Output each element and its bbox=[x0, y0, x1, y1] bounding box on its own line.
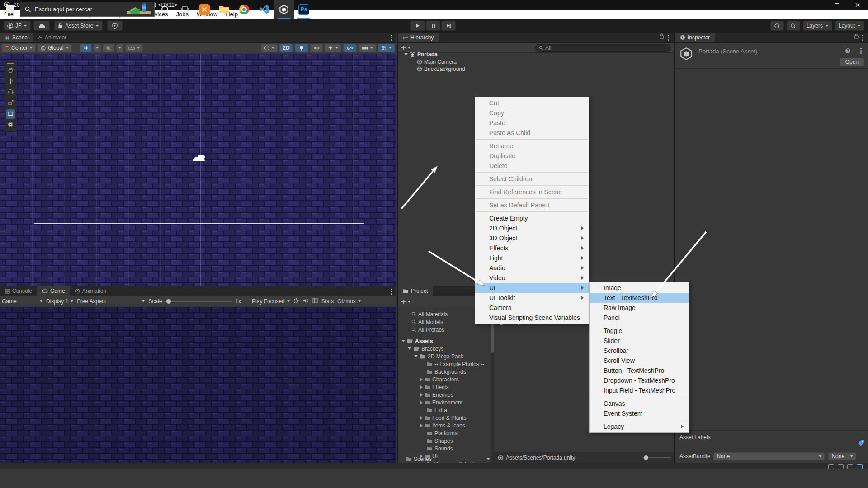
step-button[interactable] bbox=[441, 21, 456, 31]
zoom-slider-handle[interactable] bbox=[644, 455, 648, 460]
tree-item-characters[interactable]: Characters bbox=[420, 375, 459, 383]
submenu-item-panel[interactable]: Panel bbox=[590, 313, 689, 323]
tree-item-enemies[interactable]: Enemies bbox=[420, 391, 453, 399]
assetbundle-dropdown[interactable]: None bbox=[713, 452, 825, 460]
scale-tool-button[interactable] bbox=[6, 99, 15, 108]
display-target-dropdown[interactable]: Display 1 bbox=[46, 298, 73, 305]
context-menu-item-visual-scripting[interactable]: Visual Scripting Scene Variables bbox=[475, 313, 589, 323]
grid-visibility-toggle[interactable] bbox=[103, 44, 114, 52]
task-view-button[interactable] bbox=[175, 0, 194, 19]
favorite-all-materials[interactable]: All Materials bbox=[411, 310, 448, 318]
context-menu-item-video[interactable]: Video bbox=[475, 273, 589, 283]
status-icon[interactable] bbox=[857, 464, 863, 469]
2d-mode-toggle[interactable]: 2D bbox=[279, 44, 293, 52]
search-button[interactable] bbox=[787, 21, 800, 31]
snap-increment-dropdown[interactable] bbox=[125, 44, 143, 52]
scene-visibility-toggle[interactable] bbox=[343, 44, 357, 52]
context-menu-item-select-children[interactable]: Select Children bbox=[475, 174, 589, 184]
tree-item-effects[interactable]: Effects bbox=[420, 383, 448, 391]
submenu-item-scrollbar[interactable]: Scrollbar bbox=[590, 346, 689, 356]
tree-item-assets[interactable]: Assets bbox=[401, 337, 433, 345]
submenu-item-scroll-view[interactable]: Scroll View bbox=[590, 356, 689, 366]
tree-item-brackeys[interactable]: Brackeys bbox=[408, 345, 443, 352]
tree-item-sounds[interactable]: Sounds bbox=[427, 445, 453, 452]
submenu-item-dropdown-textmeshpro[interactable]: Dropdown - TextMeshPro bbox=[590, 375, 689, 385]
tree-item-scenes[interactable]: Scenes bbox=[406, 455, 432, 463]
context-menu-item-set-default-parent[interactable]: Set as Default Parent bbox=[475, 200, 589, 210]
hierarchy-item-brickbackground[interactable]: BrickBackground bbox=[417, 66, 465, 73]
project-create-button[interactable] bbox=[401, 299, 410, 305]
expand-arrow-icon[interactable] bbox=[404, 53, 408, 56]
context-menu-item-3d-object[interactable]: 3D Object bbox=[475, 233, 589, 243]
xampp-button[interactable] bbox=[194, 0, 214, 19]
status-icon[interactable] bbox=[838, 464, 844, 469]
play-button[interactable] bbox=[410, 21, 425, 31]
context-menu-item-ui[interactable]: UI bbox=[475, 283, 589, 293]
hierarchy-search-input[interactable]: All bbox=[535, 44, 671, 52]
tree-item-backgrounds[interactable]: Backgrounds bbox=[427, 368, 466, 375]
scene-audio-toggle[interactable] bbox=[310, 44, 323, 52]
play-focused-dropdown[interactable]: Play Focused bbox=[252, 298, 290, 305]
transform-tool-button[interactable] bbox=[6, 120, 15, 130]
asset-store-dropdown[interactable]: Asset Store bbox=[54, 21, 103, 31]
submenu-item-toggle[interactable]: Toggle bbox=[590, 326, 689, 336]
tab-animator[interactable]: Animator bbox=[33, 33, 71, 42]
aspect-ratio-dropdown[interactable]: Free Aspect bbox=[77, 298, 145, 305]
grid-visibility-dropdown[interactable] bbox=[116, 44, 123, 52]
tab-console[interactable]: Console bbox=[0, 286, 37, 296]
hierarchy-create-button[interactable] bbox=[401, 45, 410, 51]
label-tag-icon[interactable] bbox=[858, 440, 864, 448]
submenu-item-legacy[interactable]: Legacy bbox=[590, 422, 689, 432]
context-menu-item-light[interactable]: Light bbox=[475, 253, 589, 263]
tab-animation[interactable]: Animation bbox=[70, 286, 111, 296]
gizmos-dropdown[interactable]: Gizmos bbox=[337, 298, 361, 305]
scale-slider-track[interactable] bbox=[165, 301, 232, 302]
tool-handle-pivot-dropdown[interactable]: Center bbox=[2, 44, 36, 52]
game-display-mode-dropdown[interactable]: Game bbox=[2, 298, 42, 305]
frame-debugger-icon[interactable] bbox=[293, 298, 299, 305]
layers-dropdown[interactable]: Layers bbox=[803, 21, 832, 31]
inspector-lock-icon[interactable] bbox=[854, 33, 859, 40]
start-button[interactable] bbox=[0, 0, 20, 19]
tree-item-extra[interactable]: Extra bbox=[427, 406, 447, 414]
tree-item-items-icons[interactable]: Items & Icons bbox=[420, 422, 465, 429]
tree-item-shapes[interactable]: Shapes bbox=[427, 437, 453, 445]
tab-scene[interactable]: Scene bbox=[0, 33, 33, 42]
camera-settings-dropdown[interactable] bbox=[359, 44, 376, 52]
rotate-tool-button[interactable] bbox=[6, 88, 15, 98]
tree-item-platforms[interactable]: Platforms bbox=[427, 429, 458, 437]
scale-slider[interactable]: Scale 1x bbox=[148, 298, 241, 305]
game-viewport[interactable] bbox=[0, 307, 396, 463]
rect-tool-button-selected[interactable] bbox=[6, 109, 15, 119]
account-dropdown[interactable]: JF bbox=[4, 21, 31, 31]
status-icon[interactable] bbox=[828, 464, 834, 469]
scale-slider-handle[interactable] bbox=[166, 299, 171, 304]
grid-snapping-toggle[interactable] bbox=[80, 44, 92, 52]
help-icon[interactable] bbox=[845, 48, 851, 55]
context-menu-item-cut[interactable]: Cut bbox=[475, 98, 589, 108]
scene-gizmos-dropdown[interactable] bbox=[378, 44, 395, 52]
vscode-button[interactable] bbox=[254, 0, 274, 19]
tab-project[interactable]: Project bbox=[398, 286, 433, 296]
hierarchy-item-scene-root[interactable]: Portada bbox=[404, 51, 438, 58]
window-maximize-button[interactable] bbox=[826, 0, 847, 10]
submenu-item-inputfield-textmeshpro[interactable]: Input Field - TextMeshPro bbox=[590, 385, 689, 395]
layout-dropdown[interactable]: Layout bbox=[835, 21, 864, 31]
submenu-item-button-textmeshpro[interactable]: Button - TextMeshPro bbox=[590, 366, 689, 375]
undo-history-button[interactable] bbox=[770, 21, 784, 31]
photoshop-button[interactable]: Ps bbox=[294, 0, 314, 19]
cortana-button[interactable] bbox=[155, 0, 175, 19]
cloud-sprite[interactable] bbox=[194, 157, 203, 161]
assetbundle-variant-dropdown[interactable]: None bbox=[828, 452, 856, 460]
taskbar-search-box[interactable]: Escriu aquí per cercar bbox=[20, 2, 155, 17]
scene-viewport[interactable] bbox=[0, 54, 396, 286]
hand-tool-button[interactable] bbox=[6, 66, 15, 76]
hierarchy-item-main-camera[interactable]: Main Camera bbox=[417, 58, 457, 66]
context-menu-item-copy[interactable]: Copy bbox=[475, 108, 589, 118]
context-menu-item-rename[interactable]: Rename bbox=[475, 141, 589, 151]
unity-taskbar-button[interactable] bbox=[274, 0, 294, 19]
tool-handle-rotation-dropdown[interactable]: Global bbox=[38, 44, 72, 52]
tab-hierarchy[interactable]: Hierarchy bbox=[398, 33, 439, 42]
scene-lighting-toggle[interactable] bbox=[295, 44, 308, 52]
open-scene-button[interactable]: Open bbox=[840, 58, 864, 66]
